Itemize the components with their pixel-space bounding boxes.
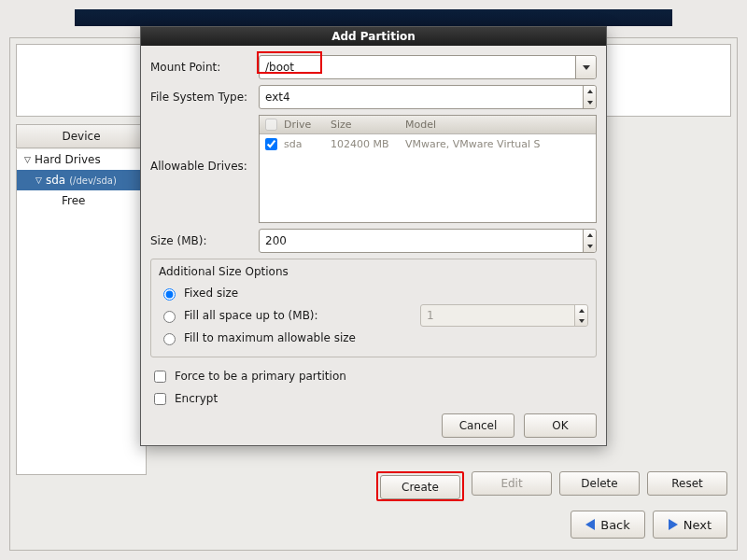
drive-row-sda[interactable]: sda 102400 MB VMware, VMware Virtual S [260,134,596,153]
back-button[interactable]: Back [571,511,645,539]
size-value[interactable]: 200 [260,234,583,247]
chevron-up-icon [584,86,596,97]
ok-button[interactable]: OK [524,413,597,438]
encrypt-checkbox[interactable] [154,393,166,405]
allowable-drives-row: Allowable Drives: Drive Size Model sda 1… [150,115,597,223]
header-banner [75,9,672,26]
fs-type-row: File System Type: ext4 [150,85,597,109]
force-primary-row[interactable]: Force to be a primary partition [150,365,597,387]
fill-upto-spinbox: 1 [420,304,588,327]
expand-icon: ▽ [35,175,42,185]
radio-fill-upto-label: Fill all space up to (MB): [184,309,318,322]
additional-size-group: Additional Size Options Fixed size Fill … [150,259,597,357]
arrow-right-icon [669,519,678,530]
action-row: Create Edit Delete Reset [10,471,737,501]
chevron-down-icon [575,315,587,326]
fill-upto-value: 1 [421,309,574,322]
next-button-label: Next [684,518,712,532]
fill-upto-spinner [574,305,587,326]
encrypt-row[interactable]: Encrypt [150,387,597,410]
drive-head-model: Model [405,119,596,131]
chevron-up-icon [584,230,596,241]
tree-sda[interactable]: ▽ sda (/dev/sda) [17,170,146,190]
drive-row-size: 102400 MB [331,138,405,150]
dialog-body: Mount Point: /boot File System Type: ext… [141,46,606,445]
tree-hard-drives[interactable]: ▽ Hard Drives [17,149,146,170]
tree-sda-label: sda [46,174,65,187]
fs-type-value[interactable]: ext4 [260,91,583,104]
fs-type-label: File System Type: [150,91,259,104]
tree-hard-drives-label: Hard Drives [35,153,101,166]
additional-size-title: Additional Size Options [159,265,588,278]
drive-head-size: Size [331,119,405,131]
chevron-up-icon [575,305,587,315]
dialog-button-row: Cancel OK [150,413,597,438]
drive-row-checkbox[interactable] [265,138,277,150]
tree-free-label: Free [62,194,85,207]
mount-point-combo[interactable]: /boot [259,55,597,79]
radio-fill-upto[interactable] [163,311,176,323]
allowable-drives-table[interactable]: Drive Size Model sda 102400 MB VMware, V… [259,115,597,223]
mount-point-row: Mount Point: /boot [150,55,597,79]
tree-header-device: Device [16,124,147,148]
create-button[interactable]: Create [380,475,460,499]
back-button-label: Back [600,518,630,532]
radio-fill-max[interactable] [163,333,176,345]
size-label: Size (MB): [150,234,259,247]
drive-head-checkbox [265,119,277,131]
radio-fixed-label: Fixed size [184,287,238,300]
cancel-button[interactable]: Cancel [442,413,514,438]
tree-sda-path: (/dev/sda) [69,175,117,186]
allowable-drives-label: Allowable Drives: [150,115,259,173]
tree-free[interactable]: Free [17,190,146,211]
drive-row-drive: sda [282,138,331,150]
radio-fixed-row[interactable]: Fixed size [159,282,588,304]
encrypt-label: Encrypt [175,392,218,405]
drive-table-head: Drive Size Model [260,116,596,134]
drive-row-model: VMware, VMware Virtual S [405,138,596,150]
expand-icon: ▽ [24,155,31,164]
reset-button[interactable]: Reset [647,471,727,496]
create-highlight: Create [376,471,464,501]
nav-row: Back Next [10,511,737,542]
delete-button[interactable]: Delete [559,471,640,496]
size-spinbox[interactable]: 200 [259,229,597,253]
drive-head-drive: Drive [282,119,331,131]
chevron-down-icon [583,65,590,70]
force-primary-checkbox[interactable] [154,371,166,383]
radio-fill-max-row[interactable]: Fill to maximum allowable size [159,327,588,349]
add-partition-dialog: Add Partition Mount Point: /boot File Sy… [140,26,607,446]
mount-point-dropdown-button[interactable] [575,56,596,78]
chevron-down-icon [584,97,596,108]
mount-point-label: Mount Point: [150,61,259,74]
edit-button[interactable]: Edit [472,471,552,496]
force-primary-label: Force to be a primary partition [175,370,346,383]
radio-fill-max-label: Fill to maximum allowable size [184,331,356,344]
chevron-down-icon [584,241,596,252]
fs-type-combo[interactable]: ext4 [259,85,597,109]
fs-type-dropdown-button[interactable] [583,86,596,108]
mount-point-value[interactable]: /boot [260,61,575,74]
radio-fixed[interactable] [163,288,176,301]
arrow-left-icon [585,519,595,530]
radio-fill-upto-row[interactable]: Fill all space up to (MB): 1 [159,304,588,327]
next-button[interactable]: Next [653,511,727,539]
size-row: Size (MB): 200 [150,229,597,253]
dialog-titlebar[interactable]: Add Partition [141,27,606,46]
size-spinner[interactable] [583,230,596,252]
device-tree[interactable]: ▽ Hard Drives ▽ sda (/dev/sda) Free [16,149,147,475]
